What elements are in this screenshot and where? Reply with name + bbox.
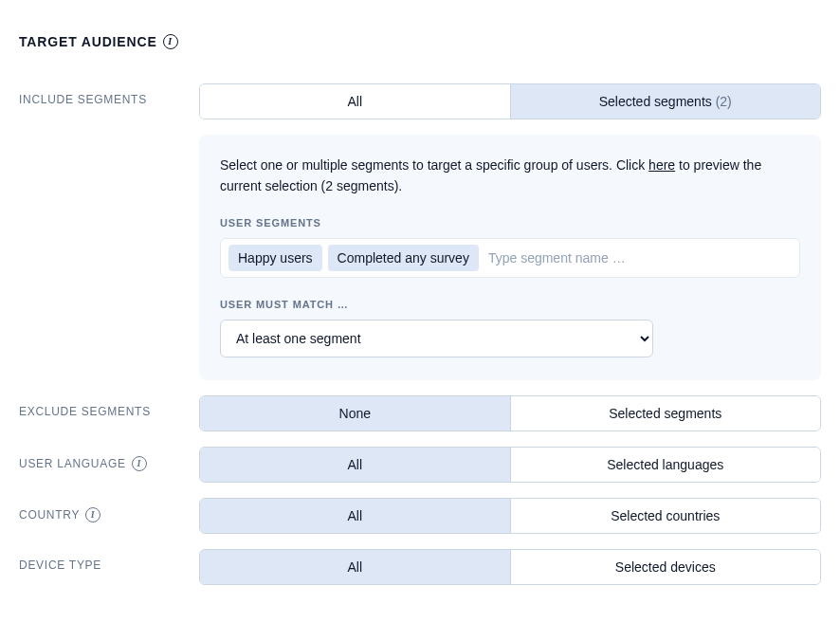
row-body-include-segments: All Selected segments (2) Select one or …: [199, 83, 821, 380]
country-selected-button[interactable]: Selected countries: [510, 499, 821, 533]
row-label-device-type: DEVICE TYPE: [19, 549, 199, 572]
segment-chip[interactable]: Happy users: [228, 245, 322, 271]
row-include-segments: INCLUDE SEGMENTS All Selected segments (…: [19, 83, 821, 380]
row-device-type: DEVICE TYPE All Selected devices: [19, 549, 821, 585]
row-label-country: COUNTRY i: [19, 498, 199, 522]
user-language-selected-button[interactable]: Selected languages: [510, 448, 821, 482]
row-user-language: USER LANGUAGE i All Selected languages: [19, 447, 821, 483]
preview-link[interactable]: here: [648, 157, 675, 173]
device-type-all-button[interactable]: All: [200, 550, 510, 584]
match-select[interactable]: At least one segment: [220, 320, 653, 357]
user-language-label-text: USER LANGUAGE: [19, 457, 126, 470]
panel-desc-before: Select one or multiple segments to targe…: [220, 157, 648, 173]
match-select-wrap: At least one segment: [220, 320, 653, 357]
row-label-include-segments: INCLUDE SEGMENTS: [19, 83, 199, 106]
exclude-segments-selected-label: Selected segments: [609, 406, 721, 421]
row-body-user-language: All Selected languages: [199, 447, 821, 483]
country-all-label: All: [347, 508, 362, 523]
info-icon[interactable]: i: [85, 507, 100, 522]
user-language-all-button[interactable]: All: [200, 448, 510, 482]
include-segments-toggle: All Selected segments (2): [199, 83, 821, 119]
include-segments-selected-label: Selected segments: [599, 94, 712, 109]
exclude-segments-toggle: None Selected segments: [199, 395, 821, 431]
row-label-exclude-segments: EXCLUDE SEGMENTS: [19, 395, 199, 418]
include-segments-all-label: All: [347, 94, 362, 109]
include-segments-label-text: INCLUDE SEGMENTS: [19, 93, 147, 106]
user-language-toggle: All Selected languages: [199, 447, 821, 483]
row-country: COUNTRY i All Selected countries: [19, 498, 821, 534]
user-language-selected-label: Selected languages: [607, 457, 723, 472]
section-title-text: TARGET AUDIENCE: [19, 34, 157, 49]
country-label-text: COUNTRY: [19, 508, 80, 522]
row-exclude-segments: EXCLUDE SEGMENTS None Selected segments: [19, 395, 821, 431]
row-body-device-type: All Selected devices: [199, 549, 821, 585]
include-segments-panel: Select one or multiple segments to targe…: [199, 135, 821, 380]
section-title: TARGET AUDIENCE i: [19, 34, 821, 49]
exclude-segments-selected-button[interactable]: Selected segments: [510, 396, 821, 430]
segment-search-input[interactable]: [484, 245, 792, 271]
info-icon[interactable]: i: [163, 34, 178, 49]
include-segments-selected-button[interactable]: Selected segments (2): [510, 84, 821, 119]
info-icon[interactable]: i: [132, 456, 147, 471]
user-segments-sublabel: USER SEGMENTS: [220, 217, 800, 229]
device-type-selected-button[interactable]: Selected devices: [510, 550, 821, 584]
user-language-all-label: All: [347, 457, 362, 472]
segments-chips-input[interactable]: Happy users Completed any survey: [220, 238, 800, 278]
segment-chip[interactable]: Completed any survey: [328, 245, 479, 271]
country-toggle: All Selected countries: [199, 498, 821, 534]
user-must-match-sublabel: USER MUST MATCH …: [220, 299, 800, 310]
device-type-selected-label: Selected devices: [615, 559, 716, 575]
exclude-segments-none-label: None: [339, 406, 371, 421]
device-type-label-text: DEVICE TYPE: [19, 559, 101, 572]
device-type-toggle: All Selected devices: [199, 549, 821, 585]
panel-description: Select one or multiple segments to targe…: [220, 156, 800, 196]
row-label-user-language: USER LANGUAGE i: [19, 447, 199, 471]
country-all-button[interactable]: All: [200, 499, 510, 533]
exclude-segments-label-text: EXCLUDE SEGMENTS: [19, 405, 151, 418]
device-type-all-label: All: [347, 559, 362, 575]
include-segments-all-button[interactable]: All: [200, 84, 510, 119]
exclude-segments-none-button[interactable]: None: [200, 396, 510, 430]
row-body-exclude-segments: None Selected segments: [199, 395, 821, 431]
country-selected-label: Selected countries: [611, 508, 720, 523]
row-body-country: All Selected countries: [199, 498, 821, 534]
include-segments-selected-count: (2): [716, 94, 732, 109]
